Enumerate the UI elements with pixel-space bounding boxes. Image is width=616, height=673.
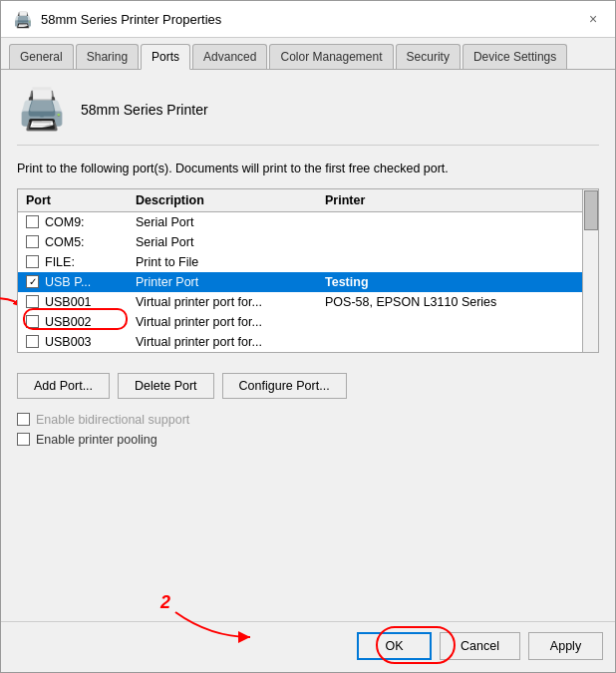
port-printer: Testing	[317, 272, 598, 292]
port-printer	[317, 312, 598, 332]
table-row[interactable]: USB003Virtual printer port for...	[18, 332, 598, 352]
ports-description: Print to the following port(s). Document…	[17, 160, 599, 178]
port-checkbox[interactable]	[26, 295, 39, 308]
cancel-button[interactable]: Cancel	[440, 632, 520, 660]
tab-device-settings[interactable]: Device Settings	[462, 44, 567, 69]
add-port-button[interactable]: Add Port...	[17, 373, 110, 399]
printer-header: 🖨️ 58mm Series Printer	[17, 86, 599, 146]
table-row[interactable]: USB P...Printer PortTesting	[18, 272, 598, 292]
tabs-bar: General Sharing Ports Advanced Color Man…	[1, 38, 615, 70]
table-row[interactable]: COM9:Serial Port	[18, 211, 598, 232]
table-row[interactable]: USB002Virtual printer port for...	[18, 312, 598, 332]
port-name: USB001	[45, 295, 92, 309]
port-printer	[317, 232, 598, 252]
printer-name: 58mm Series Printer	[81, 102, 208, 118]
port-description: Print to File	[128, 252, 317, 272]
port-checkbox[interactable]	[26, 235, 39, 248]
pooling-checkbox[interactable]	[17, 433, 30, 446]
port-checkbox[interactable]	[26, 215, 39, 228]
port-description: Virtual printer port for...	[128, 312, 317, 332]
window-title: 58mm Series Printer Properties	[41, 12, 221, 27]
tab-color-management[interactable]: Color Management	[269, 44, 393, 69]
annotation-2: 2	[160, 592, 170, 613]
port-name: FILE:	[45, 255, 75, 269]
port-name: USB003	[45, 335, 92, 349]
port-printer	[317, 332, 598, 352]
table-header-row: Port Description Printer	[18, 189, 598, 212]
port-description: Virtual printer port for...	[128, 292, 317, 312]
port-checkbox[interactable]	[26, 335, 39, 348]
port-printer: POS-58, EPSON L3110 Series	[317, 292, 598, 312]
tab-content: 🖨️ 58mm Series Printer Print to the foll…	[1, 70, 615, 621]
window: 🖨️ 58mm Series Printer Properties × Gene…	[0, 0, 616, 673]
options-section: Enable bidirectional support Enable prin…	[17, 413, 599, 453]
scrollbar[interactable]	[582, 189, 598, 352]
port-name: COM5:	[45, 235, 85, 249]
col-description: Description	[128, 189, 317, 212]
port-description: Serial Port	[128, 232, 317, 252]
printer-title-icon: 🖨️	[13, 10, 33, 29]
tab-general[interactable]: General	[9, 44, 74, 69]
table-row[interactable]: COM5:Serial Port	[18, 232, 598, 252]
port-description: Serial Port	[128, 211, 317, 232]
port-table: Port Description Printer COM9:Serial Por…	[18, 189, 598, 352]
printer-icon: 🖨️	[17, 86, 67, 133]
bottom-buttons-bar: 2 OK Cancel Apply	[1, 621, 615, 672]
table-row[interactable]: FILE:Print to File	[18, 252, 598, 272]
apply-button[interactable]: Apply	[528, 632, 603, 660]
port-name: USB P...	[45, 275, 91, 289]
col-printer: Printer	[317, 189, 598, 212]
title-left: 🖨️ 58mm Series Printer Properties	[13, 10, 221, 29]
port-printer	[317, 211, 598, 232]
tab-sharing[interactable]: Sharing	[76, 44, 139, 69]
port-table-container: Port Description Printer COM9:Serial Por…	[17, 188, 599, 353]
port-printer	[317, 252, 598, 272]
scrollbar-thumb	[584, 190, 598, 230]
title-bar: 🖨️ 58mm Series Printer Properties ×	[1, 1, 615, 38]
port-description: Virtual printer port for...	[128, 332, 317, 352]
bidirectional-checkbox[interactable]	[17, 413, 30, 426]
close-button[interactable]: ×	[583, 9, 603, 29]
delete-port-button[interactable]: Delete Port	[118, 373, 214, 399]
port-checkbox[interactable]	[26, 315, 39, 328]
tab-security[interactable]: Security	[396, 44, 461, 69]
port-description: Printer Port	[128, 272, 317, 292]
bidirectional-label: Enable bidirectional support	[36, 413, 189, 427]
col-port: Port	[18, 189, 128, 212]
port-table-wrapper: 1 Port Description Printer	[17, 188, 599, 363]
port-checkbox[interactable]	[26, 275, 39, 288]
bidirectional-row: Enable bidirectional support	[17, 413, 599, 427]
pooling-label: Enable printer pooling	[36, 433, 157, 447]
port-name: COM9:	[45, 215, 85, 229]
configure-port-button[interactable]: Configure Port...	[222, 373, 347, 399]
port-name: USB002	[45, 315, 92, 329]
port-buttons: Add Port... Delete Port Configure Port..…	[17, 373, 599, 399]
port-checkbox[interactable]	[26, 255, 39, 268]
tab-advanced[interactable]: Advanced	[192, 44, 267, 69]
pooling-row: Enable printer pooling	[17, 433, 599, 447]
ok-button[interactable]: OK	[357, 632, 432, 660]
table-row[interactable]: USB001Virtual printer port for...POS-58,…	[18, 292, 598, 312]
tab-ports[interactable]: Ports	[141, 44, 190, 70]
